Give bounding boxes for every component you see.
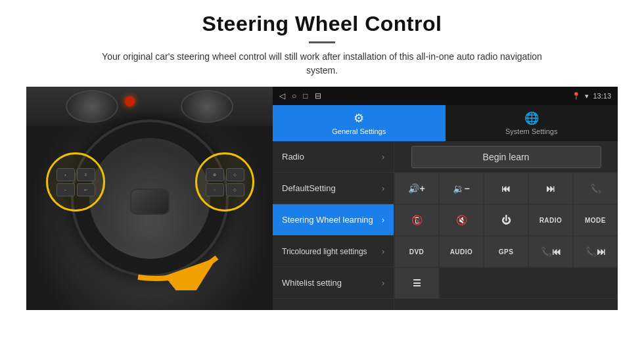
red-indicator bbox=[125, 97, 135, 106]
steering-hub bbox=[130, 189, 170, 215]
gauge-right bbox=[181, 90, 233, 123]
power-icon: ⏻ bbox=[501, 215, 511, 225]
next-track-button[interactable]: ⏭ bbox=[528, 173, 573, 204]
steering-wheel-image: + ≡ − ↩ ⊕ ◇ ○ ◇ bbox=[26, 87, 273, 310]
gps-label: GPS bbox=[499, 248, 514, 256]
mute-button[interactable]: 🔇 bbox=[439, 204, 484, 236]
mini-buttons-left: + ≡ − ↩ bbox=[57, 168, 95, 196]
menu-item-steering[interactable]: Steering Wheel learning › bbox=[273, 204, 394, 236]
vol-down-button[interactable]: 🔉− bbox=[439, 173, 484, 204]
mini-btn-6: ◇ bbox=[226, 168, 244, 181]
tel-next-button[interactable]: 📞⏭ bbox=[573, 236, 618, 267]
status-bar-right: 📍 ▾ 13:13 bbox=[572, 92, 611, 101]
control-grid-row1: 🔊+ 🔉− ⏮ ⏭ 📞 bbox=[394, 173, 618, 204]
phone-answer-icon: 📞 bbox=[590, 183, 601, 194]
radio-button[interactable]: RADIO bbox=[528, 204, 573, 236]
recent-icon[interactable]: □ bbox=[303, 91, 308, 101]
mini-btn-4: ↩ bbox=[77, 183, 95, 196]
menu-item-radio[interactable]: Radio › bbox=[273, 141, 394, 173]
mini-btn-8: ◇ bbox=[226, 183, 244, 196]
steering-wheel-bg: + ≡ − ↩ ⊕ ◇ ○ ◇ bbox=[26, 87, 273, 310]
title-divider bbox=[309, 41, 335, 43]
prev-track-button[interactable]: ⏮ bbox=[484, 173, 528, 204]
menu-label-steering: Steering Wheel learning bbox=[282, 215, 373, 225]
prev-icon: ⏮ bbox=[501, 183, 511, 194]
system-settings-icon: 🌐 bbox=[524, 111, 539, 125]
right-panel: Begin learn 🔊+ 🔉− ⏮ bbox=[394, 141, 618, 310]
home-icon[interactable]: ○ bbox=[292, 91, 296, 101]
control-grid-row2: 📵 🔇 ⏻ RADIO MODE bbox=[394, 204, 618, 236]
gps-button[interactable]: GPS bbox=[484, 236, 528, 267]
back-icon[interactable]: ◁ bbox=[279, 91, 285, 101]
android-ui: ◁ ○ □ ⊟ 📍 ▾ 13:13 ⚙ General Settings bbox=[273, 87, 618, 310]
menu-area: Radio › DefaultSetting › Steering Wheel … bbox=[273, 141, 618, 310]
vol-up-icon: 🔊+ bbox=[408, 183, 425, 194]
vol-up-button[interactable]: 🔊+ bbox=[394, 173, 439, 204]
mini-buttons-right: ⊕ ◇ ○ ◇ bbox=[206, 168, 244, 196]
menu-item-whitelist[interactable]: Whitelist setting › bbox=[273, 267, 394, 299]
begin-learn-row: Begin learn bbox=[394, 141, 618, 173]
page-wrapper: Steering Wheel Control Your original car… bbox=[0, 0, 644, 358]
settings-list-button[interactable]: ☰ bbox=[394, 267, 439, 299]
gauge-left bbox=[66, 90, 118, 123]
mini-btn-5: ⊕ bbox=[206, 168, 224, 181]
chevron-icon-radio: › bbox=[382, 152, 384, 162]
hang-up-icon: 📵 bbox=[411, 215, 423, 225]
mini-btn-2: ≡ bbox=[77, 168, 95, 181]
menu-item-tricoloured[interactable]: Tricoloured light settings › bbox=[273, 236, 394, 267]
begin-learn-button[interactable]: Begin learn bbox=[411, 146, 601, 168]
control-grid-row3: DVD AUDIO GPS 📞⏮ 📞⏭ bbox=[394, 236, 618, 267]
phone-answer-button[interactable]: 📞 bbox=[573, 173, 618, 204]
dvd-button[interactable]: DVD bbox=[394, 236, 439, 267]
button-cluster-left: + ≡ − ↩ bbox=[46, 152, 105, 212]
chevron-icon-default: › bbox=[382, 184, 384, 193]
page-title: Steering Wheel Control bbox=[26, 12, 618, 36]
tab-general-label: General Settings bbox=[332, 127, 386, 135]
menu-item-default[interactable]: DefaultSetting › bbox=[273, 173, 394, 204]
menu-label-whitelist: Whitelist setting bbox=[282, 278, 342, 288]
next-icon: ⏭ bbox=[546, 183, 555, 194]
mode-label: MODE bbox=[585, 217, 606, 224]
tab-general[interactable]: ⚙ General Settings bbox=[273, 105, 446, 141]
vol-down-icon: 🔉− bbox=[453, 183, 469, 194]
mini-btn-3: − bbox=[57, 183, 75, 196]
location-icon: 📍 bbox=[572, 92, 581, 101]
menu-list: Radio › DefaultSetting › Steering Wheel … bbox=[273, 141, 394, 310]
tel-next-icon: 📞⏭ bbox=[586, 246, 606, 257]
tel-prev-icon: 📞⏮ bbox=[541, 246, 561, 257]
status-bar: ◁ ○ □ ⊟ 📍 ▾ 13:13 bbox=[273, 87, 618, 105]
subtitle: Your original car's steering wheel contr… bbox=[85, 50, 559, 78]
menu-icon[interactable]: ⊟ bbox=[315, 91, 321, 101]
title-section: Steering Wheel Control Your original car… bbox=[26, 12, 618, 87]
tab-system-label: System Settings bbox=[505, 127, 557, 135]
mode-button[interactable]: MODE bbox=[573, 204, 618, 236]
power-button[interactable]: ⏻ bbox=[484, 204, 528, 236]
tab-system[interactable]: 🌐 System Settings bbox=[446, 105, 618, 141]
arrow-container bbox=[131, 238, 223, 290]
arrow-svg bbox=[131, 238, 223, 290]
mute-icon: 🔇 bbox=[456, 215, 467, 225]
tel-prev-button[interactable]: 📞⏮ bbox=[528, 236, 573, 267]
chevron-icon-whitelist: › bbox=[382, 279, 384, 288]
status-time: 13:13 bbox=[593, 92, 611, 100]
hang-up-button[interactable]: 📵 bbox=[394, 204, 439, 236]
menu-label-default: DefaultSetting bbox=[282, 183, 336, 193]
mini-btn-1: + bbox=[57, 168, 75, 181]
mini-btn-7: ○ bbox=[206, 183, 224, 196]
wifi-icon: ▾ bbox=[585, 92, 589, 101]
radio-label: RADIO bbox=[540, 217, 563, 224]
settings-list-icon: ☰ bbox=[413, 278, 421, 288]
menu-label-radio: Radio bbox=[282, 152, 304, 162]
general-settings-icon: ⚙ bbox=[354, 111, 364, 125]
empty-cell bbox=[439, 267, 618, 299]
button-cluster-right: ⊕ ◇ ○ ◇ bbox=[195, 152, 254, 212]
status-bar-left: ◁ ○ □ ⊟ bbox=[279, 91, 321, 101]
menu-label-tricoloured: Tricoloured light settings bbox=[282, 247, 367, 256]
audio-button[interactable]: AUDIO bbox=[439, 236, 484, 267]
tab-bar: ⚙ General Settings 🌐 System Settings bbox=[273, 105, 618, 141]
control-grid-row4: ☰ bbox=[394, 267, 618, 299]
content-row: + ≡ − ↩ ⊕ ◇ ○ ◇ bbox=[26, 87, 618, 310]
audio-label: AUDIO bbox=[450, 248, 473, 256]
chevron-icon-tricoloured: › bbox=[382, 247, 384, 256]
dvd-label: DVD bbox=[409, 248, 425, 256]
